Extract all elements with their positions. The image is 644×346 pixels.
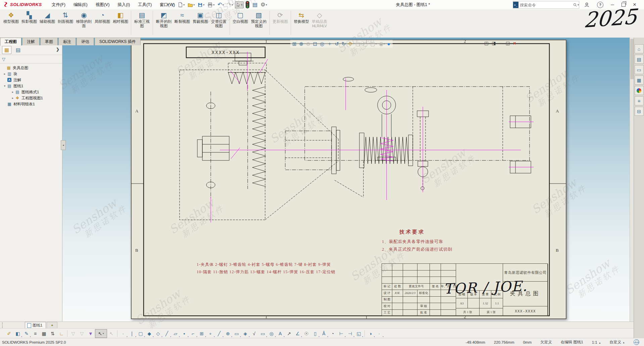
toolbar-icon[interactable]: ▭ (258, 330, 267, 338)
toolbar-icon[interactable]: ∙ (119, 330, 128, 338)
toolbar-icon[interactable]: √ (250, 330, 258, 338)
ribbon-button[interactable]: ◉ 移除的剖面 (75, 10, 93, 29)
ribbon-button[interactable]: ⇅ 剖面视图 (56, 10, 75, 24)
redo-button[interactable]: ↷▾ (226, 1, 234, 8)
view-tool-icon[interactable]: ◎ (320, 41, 325, 47)
command-tab[interactable]: 工程图 (0, 38, 21, 46)
toolbar-icon[interactable]: ⌐ (189, 330, 197, 338)
task-pane-icon[interactable]: ⌂ (635, 44, 644, 53)
sheet-tab[interactable]: 图纸1 (25, 322, 46, 329)
tree-expand-arrow[interactable]: ▾ (3, 84, 7, 88)
view-tool-icon[interactable]: ⊡ (313, 41, 318, 47)
add-sheet-tab[interactable]: ✦ (47, 322, 57, 329)
tree-filter[interactable]: ▽ (0, 55, 62, 63)
help-button[interactable]: ? (597, 2, 603, 8)
feature-tree-item[interactable]: ▾ ▤ 图纸1 (0, 83, 62, 89)
toolbar-icon[interactable]: ✎ (22, 330, 31, 338)
toolbar-icon[interactable]: ◔ (328, 330, 337, 338)
toolbar-icon[interactable] (116, 330, 119, 338)
ribbon-button[interactable]: ◇ 草稿品质 HLR/HLV (310, 10, 329, 29)
close-button[interactable]: × (633, 2, 636, 7)
menu-item[interactable]: 文件(F) (48, 0, 69, 9)
view-tool-icon[interactable]: ↻ (342, 41, 346, 47)
command-tab[interactable]: 草图 (40, 38, 58, 45)
toolbar-icon[interactable]: ◧ (13, 330, 22, 338)
feature-tree-item[interactable]: ▦ 材料明细表1 (0, 101, 62, 107)
toolbar-icon[interactable]: ∠ (293, 330, 302, 338)
view-tool-icon[interactable]: ▢ (363, 41, 368, 47)
toolbar-icon[interactable]: ▽ (69, 330, 78, 338)
toolbar-icon[interactable]: ◎ (267, 330, 276, 338)
doc-window-button[interactable]: ◱ (506, 41, 510, 46)
save-button[interactable]: ▾ (197, 2, 205, 8)
print-button[interactable]: ▾ (206, 2, 215, 8)
search-options-caret[interactable]: ▾ (578, 3, 579, 6)
toolbar-icon[interactable]: ▪ (180, 330, 189, 338)
ribbon-button[interactable]: ▢ 空白视图 (231, 10, 249, 24)
doc-window-button[interactable]: ◳ (484, 41, 488, 46)
toolbar-icon[interactable]: ◆ (145, 330, 154, 338)
task-pane-icon[interactable]: ▭ (635, 65, 644, 74)
toolbar-icon[interactable]: ∙ (375, 330, 384, 338)
globe-icon[interactable] (634, 339, 639, 345)
toolbar-icon[interactable]: ∘ (206, 330, 215, 338)
doc-window-button[interactable]: ◨ (492, 41, 496, 46)
toolbar-icon[interactable]: ◑ (366, 330, 375, 338)
ribbon-button[interactable]: ▚ 投影视图 (20, 10, 38, 24)
toolbar-icon[interactable]: ◈ (241, 330, 250, 338)
ribbon-button[interactable]: ◧ 相对视图 (111, 10, 130, 24)
feature-tree-item[interactable]: ▸ ❖ 工程图视图1 (0, 95, 62, 101)
toolbar-icon[interactable]: ◇ (154, 330, 162, 338)
view-tool-icon[interactable]: ▢ (355, 41, 360, 47)
toolbar-icon[interactable] (66, 330, 69, 338)
restore-button[interactable] (622, 3, 626, 7)
ribbon-button[interactable]: ❖ 模型视图 (2, 10, 20, 24)
drawing-canvas[interactable]: XXXX-XXX A B A B 1 2 1 2 技术要求 1、装配后夹具各零件… (62, 38, 630, 322)
panel-collapse-handle[interactable]: ◂ (61, 140, 66, 150)
task-pane-icon[interactable]: ▦ (635, 76, 644, 85)
doc-window-button[interactable]: ─ (499, 41, 502, 46)
toolbar-icon[interactable]: ╱ (215, 330, 224, 338)
toolbar-drag-handle[interactable] (2, 323, 5, 328)
toolbar-icon[interactable]: ◱ (354, 330, 363, 338)
home-button[interactable]: ⌂ (170, 1, 176, 8)
view-tool-icon[interactable]: ⟳ (349, 41, 353, 47)
toolbar-icon[interactable]: ↗ (285, 330, 293, 338)
toolbar-icon[interactable]: | (128, 330, 136, 338)
open-button[interactable]: ▾ (187, 2, 196, 8)
ribbon-button[interactable] (153, 11, 153, 35)
search-icon[interactable] (573, 3, 577, 7)
ribbon-button[interactable]: ◫ 交替位置视图 (209, 10, 228, 29)
ribbon-button[interactable] (269, 11, 270, 35)
command-tab[interactable]: 注解 (22, 38, 40, 45)
toolbar-icon[interactable]: ▱ (171, 330, 180, 338)
task-pane-icon[interactable]: ● (635, 86, 644, 95)
toolbar-icon[interactable]: A (276, 330, 285, 338)
ribbon-button[interactable] (291, 11, 291, 35)
view-tool-icon[interactable]: ⊖ (306, 41, 311, 47)
toolbar-icon[interactable]: ⇅ (48, 330, 57, 338)
toolbar-icon[interactable]: ∟ (57, 330, 66, 338)
ribbon-button[interactable]: ⟳ 更新视图 (271, 10, 289, 24)
toolbar-icon[interactable]: ⊣ (346, 330, 354, 338)
toolbar-icon[interactable]: ⊞ (197, 330, 206, 338)
scrollbar-thumb[interactable] (630, 39, 634, 79)
tree-expand-arrow[interactable]: ▸ (3, 72, 7, 76)
settings-button[interactable]: ⚙▾ (259, 1, 268, 8)
menu-item[interactable]: 视图(V) (92, 0, 114, 9)
doc-window-button[interactable]: × (513, 40, 516, 46)
view-tool-icon[interactable]: ⊕ (299, 41, 304, 47)
ribbon-button[interactable]: ≈ 断裂视图 (173, 10, 191, 24)
options-list-button[interactable]: ▤ (251, 1, 258, 8)
ribbon-button[interactable]: ◢ 辅助视图 (38, 10, 56, 24)
ribbon-button[interactable]: ◔ 局部视图 (93, 10, 111, 24)
feature-tree-item[interactable]: ▸ ▥ 块 (0, 71, 62, 77)
ribbon-button[interactable]: ▧ 预定义的视图 (249, 10, 268, 29)
new-document-button[interactable]: ▾ (177, 1, 186, 8)
toolbar-icon[interactable]: ⊢ (337, 330, 346, 338)
toolbar-icon[interactable]: ╱ (162, 330, 171, 338)
feature-tree-item[interactable]: ▸ ▤ 图纸格式1 (0, 89, 62, 95)
view-tool-icon[interactable]: ◉▾ (379, 41, 385, 47)
task-pane-icon[interactable]: ▤ (635, 55, 644, 64)
toolbar-icon[interactable]: ▼ (86, 330, 95, 338)
